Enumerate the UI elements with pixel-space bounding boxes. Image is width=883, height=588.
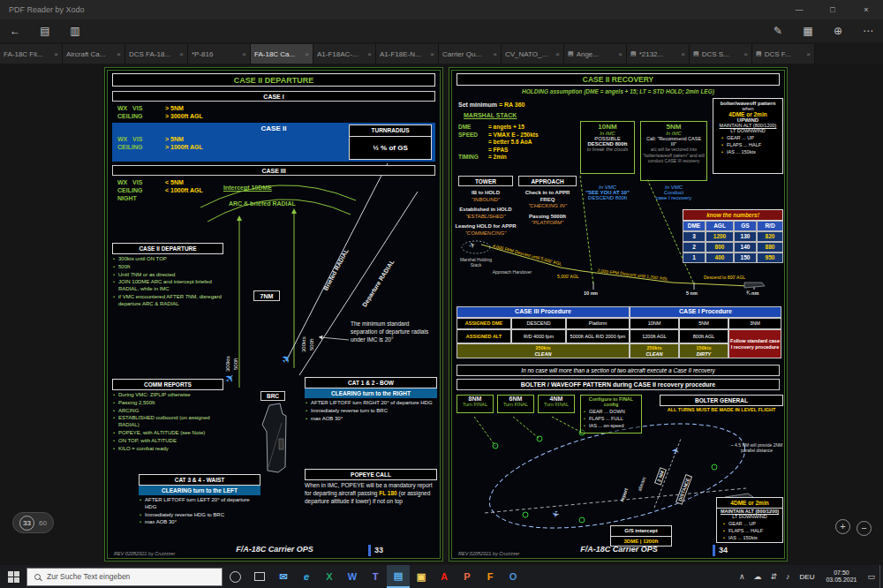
approach-handover-label: Approach Handover <box>490 269 534 275</box>
taskbar-app-powerpoint[interactable]: P <box>456 565 479 588</box>
tab-close-icon[interactable]: × <box>367 50 372 58</box>
taskbar-app-browser[interactable]: O <box>502 565 525 588</box>
zoom-out-button[interactable]: − <box>857 521 872 536</box>
back-icon[interactable]: ← <box>0 25 30 37</box>
task-view-button[interactable] <box>247 565 272 588</box>
tab-close-icon[interactable]: × <box>179 50 184 58</box>
bolter-pattern-header: BOLTER / WAVEOFF PATTERN during CASE II … <box>457 379 780 390</box>
clock[interactable]: 07:50 03.05.2021 <box>819 569 863 584</box>
onedrive-icon[interactable]: ☁ <box>750 572 766 581</box>
app-title: PDF Reader by Xodo <box>0 5 782 14</box>
tab-close-icon[interactable]: × <box>555 50 560 58</box>
tab-close-icon[interactable]: × <box>618 50 623 58</box>
system-tray: ∧ ☁ ⇵ ♪ DEU 07:50 03.05.2021 ▭ <box>735 565 883 588</box>
aircraft-icon: ✈ <box>550 509 561 518</box>
tab-close-icon[interactable]: × <box>743 50 748 58</box>
tab-close-icon[interactable]: × <box>54 50 58 58</box>
pdf-page-33: CASE II DEPARTURE CASE I WX VIS> 5NMCEIL… <box>104 67 443 562</box>
page-number-bar <box>713 545 715 556</box>
page-number: 34 <box>719 546 728 554</box>
thumbnails-icon[interactable]: ▥ <box>60 25 90 37</box>
cortana-button[interactable] <box>223 565 247 588</box>
taskbar-app-teams[interactable]: T <box>364 565 387 588</box>
taskbar-app-acrobat[interactable]: A <box>433 565 456 588</box>
maximize-button[interactable]: □ <box>816 0 849 19</box>
tab-4-active[interactable]: FA-18C Ca...× <box>251 44 313 64</box>
windows-logo-icon <box>8 571 19 583</box>
search-placeholder: Zur Suche Text eingeben <box>47 572 130 581</box>
tab-close-icon[interactable]: × <box>305 50 309 58</box>
taskbar-app-xodo-active[interactable]: ▤ <box>387 565 410 588</box>
minimize-button[interactable]: — <box>782 0 816 19</box>
case1-header: CASE I <box>112 91 435 102</box>
taskbar-app-firefox[interactable]: F <box>479 565 502 588</box>
tab-3[interactable]: *P-816× <box>188 44 251 64</box>
speed-label-left: 300kts <box>225 356 230 372</box>
alt-label-right: 500ft <box>309 339 314 351</box>
turn-6nm-box: 6NMTurn FINAL <box>497 395 534 413</box>
tab-5[interactable]: A1-F18AC-...× <box>313 44 376 64</box>
pages-icon[interactable]: ▤ <box>30 25 60 37</box>
cat34-bullets: AFTER LIFTOFF turn LEFT 20° of departure… <box>139 497 260 526</box>
tab-7[interactable]: Carrier Qu...× <box>439 44 502 64</box>
start-button[interactable] <box>0 565 26 588</box>
procedure-table: CASE III Procedure CASE I Procedure ASSI… <box>457 306 781 358</box>
popeye-text: When in IMC, POPEYE will be a mandatory … <box>305 482 437 505</box>
view-mode-icon[interactable]: ▦ <box>793 25 823 37</box>
document-icon: ▤ <box>756 50 762 57</box>
tab-close-icon[interactable]: × <box>493 50 497 58</box>
tab-close-icon[interactable]: × <box>117 50 121 58</box>
taskbar-search[interactable]: Zur Suche Text eingeben <box>26 568 223 586</box>
page-title: CASE II DEPARTURE <box>112 73 435 87</box>
close-button[interactable]: × <box>849 0 883 19</box>
upwind-pattern-box: bolter/waveoff pattern when 4DME or 2min… <box>713 98 783 174</box>
notification-center-icon[interactable]: ▭ <box>863 572 879 581</box>
case1-rows: WX VIS> 5NMCEILING> 3000ft AGL <box>117 104 203 120</box>
ten-nm-box: 10NM In IMC POSSIBLE DESCEND 800ft to br… <box>580 121 635 174</box>
page-indicator[interactable]: 33 60 <box>12 512 54 533</box>
taskbar-app-explorer[interactable]: ▣ <box>410 565 433 588</box>
more-options-icon[interactable]: ⋯ <box>853 25 883 37</box>
volume-icon[interactable]: ♪ <box>781 572 795 581</box>
tab-10[interactable]: ▤*2132...× <box>627 44 690 64</box>
hidden-icons-chevron[interactable]: ∧ <box>735 572 750 581</box>
tab-close-icon[interactable]: × <box>681 50 685 58</box>
cat34-subtitle: CLEARING turn to the LEFT <box>139 486 260 495</box>
zoom-in-button[interactable]: + <box>835 519 850 534</box>
bolter-general-box: BOLTER GENERAL ALL TURNS MUST BE MADE IN… <box>660 395 783 412</box>
alt-label-left: 500ft <box>233 358 238 370</box>
taskbar-app-mail[interactable]: ✉ <box>272 565 295 588</box>
tab-12[interactable]: ▤DCS F...× <box>752 44 815 64</box>
network-icon[interactable]: ⇵ <box>766 572 782 581</box>
upwind-items: GEAR ... UPFLAPS ... HALFIAS ... 150kts <box>713 135 782 155</box>
current-page-badge[interactable]: 33 <box>19 516 34 531</box>
cat12-bullets: AFTER LIFTOFF turn RIGHT 20° of departur… <box>305 400 437 422</box>
zoom-tool-icon[interactable]: ⊕ <box>823 25 853 37</box>
cat34-box: CAT 3 & 4 - WAIST CLEARING turn to the L… <box>139 474 260 527</box>
tab-close-icon[interactable]: × <box>242 50 246 58</box>
parallel-distance-note: ~ 4.5 NM will provide 2NM parallel dista… <box>730 442 783 453</box>
tab-1[interactable]: Aircraft Ca...× <box>63 44 125 64</box>
taskbar-app-edge[interactable]: e <box>295 565 318 588</box>
show-desktop-button[interactable] <box>879 565 883 588</box>
tab-close-icon[interactable]: × <box>806 50 811 58</box>
tab-0[interactable]: FA-18C Fli...× <box>0 44 63 64</box>
tab-2[interactable]: DCS FA-18...× <box>125 44 188 64</box>
tab-9[interactable]: ▤Ange...× <box>564 44 627 64</box>
page-number-bar <box>368 545 371 556</box>
language-indicator[interactable]: DEU <box>795 573 820 581</box>
title-bar: PDF Reader by Xodo — □ × <box>0 0 883 19</box>
approach-header: APPROACH <box>518 176 577 186</box>
tab-8[interactable]: CV_NATO_...× <box>502 44 564 64</box>
time: 07:50 <box>826 569 857 577</box>
tab-close-icon[interactable]: × <box>430 50 434 58</box>
annotate-icon[interactable]: ✎ <box>763 25 793 37</box>
task-view-icon <box>254 572 265 581</box>
tab-6[interactable]: A1-F18E-N...× <box>376 44 439 64</box>
descend-800-label: Descend to 800' AGL <box>704 275 745 280</box>
taskbar-app-excel[interactable]: X <box>318 565 341 588</box>
config-final-box: Configure to FINAL config GEAR ... DOWNF… <box>580 395 642 433</box>
case2-section: CASE II WX VIS> 5NMCEILING> 1000ft AGL T… <box>112 123 435 162</box>
tab-11[interactable]: ▤DCS S...× <box>690 44 752 64</box>
taskbar-app-word[interactable]: W <box>341 565 364 588</box>
